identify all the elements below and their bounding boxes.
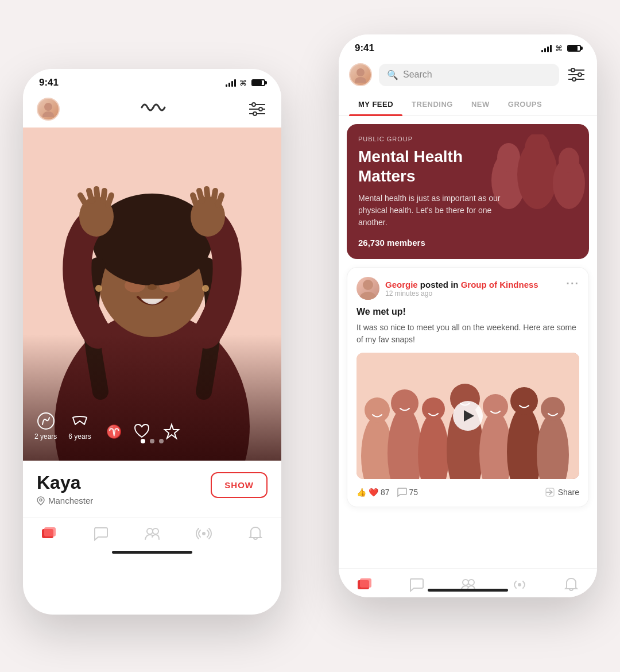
right-nav-chat[interactable] xyxy=(408,577,424,593)
right-bell-icon xyxy=(563,577,579,593)
svg-line-19 xyxy=(103,191,104,201)
svg-point-56 xyxy=(365,397,390,423)
right-cards-icon xyxy=(356,577,373,593)
share-button[interactable]: Share xyxy=(545,488,579,497)
author-details: Georgie posted in Group of Kindness 12 m… xyxy=(385,280,538,298)
comment-icon xyxy=(397,487,407,497)
thumbs-up-icon: 👍 xyxy=(356,488,366,497)
left-status-icons: ⌘ xyxy=(226,79,265,87)
svg-rect-34 xyxy=(44,527,56,536)
nav-broadcast[interactable] xyxy=(196,526,212,542)
tab-trending[interactable]: TRENDING xyxy=(402,93,462,115)
tab-groups[interactable]: GROUPS xyxy=(499,93,551,115)
profile-name: Kaya xyxy=(37,472,93,493)
svg-point-43 xyxy=(571,68,575,72)
left-home-indicator xyxy=(112,551,192,554)
feed-tabs: MY FEED TRENDING NEW GROUPS xyxy=(339,93,597,116)
right-nav-broadcast[interactable] xyxy=(512,577,528,593)
search-input[interactable]: Search xyxy=(403,69,432,80)
group-description: Mental health is just as important as ou… xyxy=(358,192,501,229)
svg-point-64 xyxy=(483,394,508,419)
right-status-bar: 9:41 ⌘ xyxy=(339,34,597,59)
post-card: Georgie posted in Group of Kindness 12 m… xyxy=(347,267,589,507)
broadcast-icon xyxy=(196,526,212,542)
show-button[interactable]: SHOW xyxy=(211,472,268,498)
right-nav-cards[interactable] xyxy=(356,577,373,593)
post-author-info: Georgie posted in Group of Kindness 12 m… xyxy=(356,277,538,300)
location-text: Manchester xyxy=(48,496,93,505)
svg-point-74 xyxy=(518,583,521,586)
svg-point-60 xyxy=(422,397,445,420)
heart-icon: ❤️ xyxy=(369,488,378,497)
tab-new[interactable]: NEW xyxy=(462,93,499,115)
battery-icon xyxy=(251,79,265,86)
right-avatar[interactable] xyxy=(349,63,372,86)
right-nav-bell[interactable] xyxy=(563,577,579,593)
stat-heart xyxy=(133,422,151,441)
post-text: It was so nice to meet you all on the we… xyxy=(356,322,579,346)
svg-line-22 xyxy=(193,195,196,205)
left-status-bar: 9:41 ⌘ xyxy=(23,69,281,93)
svg-line-24 xyxy=(207,189,208,199)
reaction-count: 87 xyxy=(381,488,390,497)
svg-point-27 xyxy=(148,284,157,290)
group-card[interactable]: PUBLIC GROUP Mental Health Matters Menta… xyxy=(347,124,589,259)
right-status-icons: ⌘ xyxy=(541,44,581,53)
group-members-count: 26,730 members xyxy=(358,238,578,248)
post-reactions: 👍 ❤️ 87 75 xyxy=(356,487,418,497)
svg-point-52 xyxy=(363,280,373,290)
svg-line-25 xyxy=(214,191,215,201)
post-time: 12 minutes ago xyxy=(385,289,538,298)
svg-point-29 xyxy=(202,285,209,292)
svg-point-6 xyxy=(259,107,262,111)
group-type-label: PUBLIC GROUP xyxy=(358,136,578,142)
nav-cards[interactable] xyxy=(41,526,57,542)
svg-point-28 xyxy=(95,285,102,292)
right-bottom-nav xyxy=(339,568,597,597)
author-name: Georgie posted in Group of Kindness xyxy=(385,280,538,289)
post-footer: 👍 ❤️ 87 75 Sh xyxy=(356,487,579,497)
left-phone: 9:41 ⌘ xyxy=(23,69,281,615)
post-image[interactable] xyxy=(356,353,579,479)
reaction-comments[interactable]: 75 xyxy=(397,487,418,497)
comments-count: 75 xyxy=(409,488,418,497)
post-header: Georgie posted in Group of Kindness 12 m… xyxy=(356,277,579,300)
avatar[interactable] xyxy=(37,98,60,121)
svg-point-36 xyxy=(153,528,158,534)
post-menu-button[interactable]: ··· xyxy=(566,277,579,290)
tab-my-feed[interactable]: MY FEED xyxy=(349,93,402,115)
svg-point-51 xyxy=(559,148,579,173)
filter-icon[interactable] xyxy=(247,99,268,119)
stat-underwear: 6 years xyxy=(68,412,91,441)
svg-line-23 xyxy=(199,191,202,201)
svg-text:♈: ♈ xyxy=(106,424,121,439)
left-bottom-nav xyxy=(23,517,281,546)
nav-chat[interactable] xyxy=(92,526,108,542)
svg-point-66 xyxy=(510,387,538,415)
right-wifi-icon: ⌘ xyxy=(555,44,563,53)
nav-bell[interactable] xyxy=(247,526,264,542)
stat-star-sign: ♈ xyxy=(103,422,121,441)
profile-location: Manchester xyxy=(37,496,93,505)
wifi-icon: ⌘ xyxy=(239,79,247,87)
svg-line-18 xyxy=(96,189,98,199)
svg-point-38 xyxy=(356,68,365,76)
search-icon: 🔍 xyxy=(387,69,398,80)
svg-point-30 xyxy=(38,413,54,429)
search-bar[interactable]: 🔍 Search xyxy=(379,64,559,86)
svg-point-53 xyxy=(360,292,376,300)
author-avatar xyxy=(356,277,379,300)
right-filter-icon[interactable] xyxy=(566,64,587,85)
svg-point-45 xyxy=(572,78,576,81)
right-header: 🔍 Search xyxy=(339,59,597,93)
svg-point-44 xyxy=(578,73,582,76)
svg-point-7 xyxy=(253,112,257,115)
svg-point-73 xyxy=(468,580,474,585)
right-battery-icon xyxy=(567,45,581,52)
reaction-thumbs-heart[interactable]: 👍 ❤️ 87 xyxy=(356,488,390,497)
right-chat-icon xyxy=(408,577,424,593)
play-button[interactable] xyxy=(453,401,483,431)
nav-community[interactable] xyxy=(144,526,160,542)
svg-line-20 xyxy=(108,195,111,205)
right-time: 9:41 xyxy=(355,43,374,54)
